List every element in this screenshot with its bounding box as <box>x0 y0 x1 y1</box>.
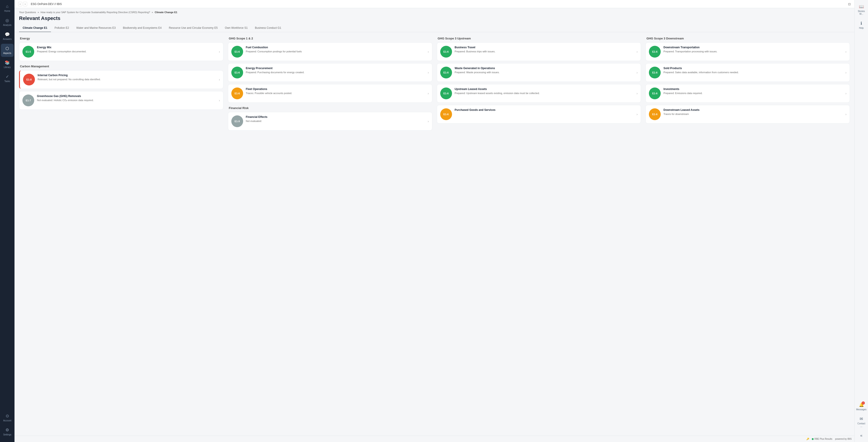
card-investments-desc: Prepared: Emissions data required. <box>663 92 843 95</box>
chevron-right-icon: › <box>428 50 429 54</box>
forward-button[interactable]: › <box>23 2 27 6</box>
breadcrumb-part1[interactable]: Your Questions <box>19 11 36 13</box>
chevron-right-icon: › <box>428 71 429 75</box>
main-area: ‹ › ESG OnPoint-DEV // IBIS ⊡ Your Quest… <box>14 0 855 442</box>
tabs-container: Climate Change E1 Pollution E2 Water and… <box>14 24 855 32</box>
tab-climate[interactable]: Climate Change E1 <box>19 24 51 32</box>
card-fuel-combustion-desc: Prepared: Consumption postings for poten… <box>246 50 425 53</box>
card-sold-products[interactable]: E1-6 Sold Products Prepared: Sales data … <box>646 63 850 82</box>
col-ghg3down-title: GHG Scope 3 Downstream <box>646 37 850 40</box>
right-sidebar: 📖 Stories W... ℹ Help 🔔 7 Messages ✉ Con… <box>855 0 868 442</box>
sidebar-item-library[interactable]: 📚 Library <box>1 58 13 71</box>
card-carbon-pricing[interactable]: E1-8 Internal Carbon Pricing Relevant, b… <box>19 70 223 89</box>
sidebar-item-answers-label: Answers <box>3 38 11 40</box>
card-downstream-lease-desc: Traces for downstream <box>663 112 843 116</box>
tab-resource[interactable]: Resource Use and Circular Economy E5 <box>165 24 221 32</box>
right-sidebar-stories[interactable]: 📖 Stories W... <box>855 2 868 18</box>
card-downstream-trans-title: Downstream Transportation <box>663 46 843 49</box>
right-sidebar-help[interactable]: ℹ Help <box>855 19 868 32</box>
sidebar-item-home-label: Home <box>4 10 10 12</box>
sidebar-item-aspects[interactable]: ⬡ Aspects <box>1 44 13 57</box>
card-energy-procurement[interactable]: E1-6 Energy Procurement Prepared: Purcha… <box>228 63 432 82</box>
right-sidebar-contact-label: Contact ... <box>857 422 866 428</box>
card-waste-generated-desc: Prepared: Waste processing with issues. <box>455 71 634 74</box>
col-financial-title: Financial Risk <box>228 106 432 110</box>
back-button[interactable]: ‹ <box>18 2 22 6</box>
card-waste-generated[interactable]: E1-6 Waste Generated in Operations Prepa… <box>437 63 641 82</box>
card-ghg-removals[interactable]: E1-7 Greenhouse Gas (GHG) Removals Not e… <box>19 91 223 110</box>
card-downstream-trans-desc: Prepared: Transportation processing with… <box>663 50 843 53</box>
card-fuel-combustion-content: Fuel Combustion Prepared: Consumption po… <box>246 46 425 53</box>
card-financial-effects[interactable]: E1-9 Financial Effects Not evaluated: › <box>228 112 432 130</box>
card-investments[interactable]: E1-6 Investments Prepared: Emissions dat… <box>646 84 850 103</box>
card-downstream-lease[interactable]: E1-6 Downstream Leased Assets Traces for… <box>646 105 850 123</box>
card-business-travel[interactable]: E1-6 Business Travel Prepared: Business … <box>437 42 641 61</box>
rbe-logo: RBE Plus Results <box>812 438 832 440</box>
aspects-icon: ⬡ <box>5 46 9 51</box>
card-business-travel-content: Business Travel Prepared: Business trips… <box>455 46 634 53</box>
right-sidebar-messages-label: Messages <box>856 408 867 411</box>
card-energy-mix[interactable]: E1-5 Energy Mix Prepared: Energy consump… <box>19 42 223 61</box>
card-fleet-operations[interactable]: E1-6 Fleet Operations Traces: Possible v… <box>228 84 432 103</box>
breadcrumb-part2[interactable]: How ready is your SAP System for Corpora… <box>40 11 150 13</box>
card-upstream-leased-desc: Prepared: Upstream leased assets existin… <box>455 92 634 95</box>
card-purchased-goods[interactable]: E1-6 Purchased Goods and Services › <box>437 105 641 123</box>
col-ghg12-financial: GHG Scope 1 & 2 E1-6 Fuel Combustion Pre… <box>228 37 432 133</box>
breadcrumb-current: Climate Change E1 <box>155 11 177 13</box>
card-waste-generated-content: Waste Generated in Operations Prepared: … <box>455 67 634 74</box>
home-icon: ⌂ <box>6 4 9 9</box>
analysis-icon: ◎ <box>5 18 9 23</box>
card-sold-products-content: Sold Products Prepared: Sales data avail… <box>663 67 843 74</box>
status-bar: 🔑 RBE Plus Results powered by IBIS <box>14 436 855 442</box>
right-sidebar-messages[interactable]: 🔔 7 Messages <box>855 400 868 413</box>
card-energy-procurement-content: Energy Procurement Prepared: Purchasing … <box>246 67 425 74</box>
col-energy-title: Energy <box>19 37 223 40</box>
right-sidebar-bottom: 🔔 7 Messages ✉ Contact ... « <box>855 400 868 440</box>
card-badge-e1-5: E1-5 <box>23 46 34 58</box>
card-energy-procurement-desc: Prepared: Purchasing documents for energ… <box>246 71 425 74</box>
card-downstream-trans[interactable]: E1-6 Downstream Transportation Prepared:… <box>646 42 850 61</box>
sidebar-item-tasks-label: Tasks <box>4 80 10 83</box>
sidebar-item-analysis[interactable]: ◎ Analysis <box>1 16 13 29</box>
card-downstream-lease-content: Downstream Leased Assets Traces for down… <box>663 108 843 116</box>
card-badge-e1-6-fuel: E1-6 <box>231 46 243 58</box>
chevron-right-icon: › <box>428 119 429 123</box>
sidebar-item-answers[interactable]: 💬 Answers <box>1 30 13 43</box>
nav-arrows: ‹ › <box>18 2 27 6</box>
rbe-label: RBE Plus Results <box>814 438 832 440</box>
card-sold-products-title: Sold Products <box>663 67 843 70</box>
sidebar-item-settings[interactable]: ⚙ Settings <box>1 425 13 438</box>
card-fuel-combustion[interactable]: E1-6 Fuel Combustion Prepared: Consumpti… <box>228 42 432 61</box>
card-badge-e1-6-fleet: E1-6 <box>231 88 243 99</box>
card-ghg-removals-title: Greenhouse Gas (GHG) Removals <box>37 94 216 98</box>
card-badge-e1-6-dlease: E1-6 <box>649 108 661 120</box>
sidebar-item-account-label: Account <box>3 419 11 422</box>
tab-biodiversity[interactable]: Biodiversity and Ecosystems E4 <box>119 24 165 32</box>
card-badge-e1-6-invest: E1-6 <box>649 88 661 99</box>
card-fleet-operations-title: Fleet Operations <box>246 88 425 91</box>
sidebar-item-account[interactable]: ⊙ Account <box>1 411 13 424</box>
sidebar-item-home[interactable]: ⌂ Home <box>1 2 13 15</box>
card-badge-e1-8: E1-8 <box>23 73 35 85</box>
chevron-right-icon: › <box>637 71 638 75</box>
right-sidebar-contact[interactable]: ✉ Contact ... <box>855 414 868 430</box>
chevron-right-icon: › <box>219 78 220 81</box>
card-fleet-operations-content: Fleet Operations Traces: Possible vehicl… <box>246 88 425 95</box>
right-sidebar-collapse[interactable]: « <box>855 431 868 440</box>
sidebar-item-tasks[interactable]: ✓ Tasks <box>1 72 13 85</box>
card-badge-e1-9: E1-9 <box>231 115 243 127</box>
card-fuel-combustion-title: Fuel Combustion <box>246 46 425 49</box>
card-upstream-leased[interactable]: E1-6 Upstream Leased Assets Prepared: Up… <box>437 84 641 103</box>
messages-badge: 7 <box>862 402 865 405</box>
tab-workforce[interactable]: Own Workforce S1 <box>221 24 251 32</box>
tab-business[interactable]: Business Conduct G1 <box>251 24 285 32</box>
sidebar-item-settings-label: Settings <box>3 433 11 436</box>
breadcrumb-sep1: » <box>38 11 39 13</box>
card-badge-e1-6-travel: E1-6 <box>440 46 452 58</box>
window-minimize-button[interactable]: ⊡ <box>848 2 851 6</box>
left-sidebar: ⌂ Home ◎ Analysis 💬 Answers ⬡ Aspects 📚 … <box>0 0 14 442</box>
card-purchased-goods-title: Purchased Goods and Services <box>455 108 634 112</box>
tab-water[interactable]: Water and Marine Resources E3 <box>73 24 119 32</box>
card-badge-e1-7: E1-7 <box>23 94 34 106</box>
tab-pollution[interactable]: Pollution E2 <box>51 24 73 32</box>
